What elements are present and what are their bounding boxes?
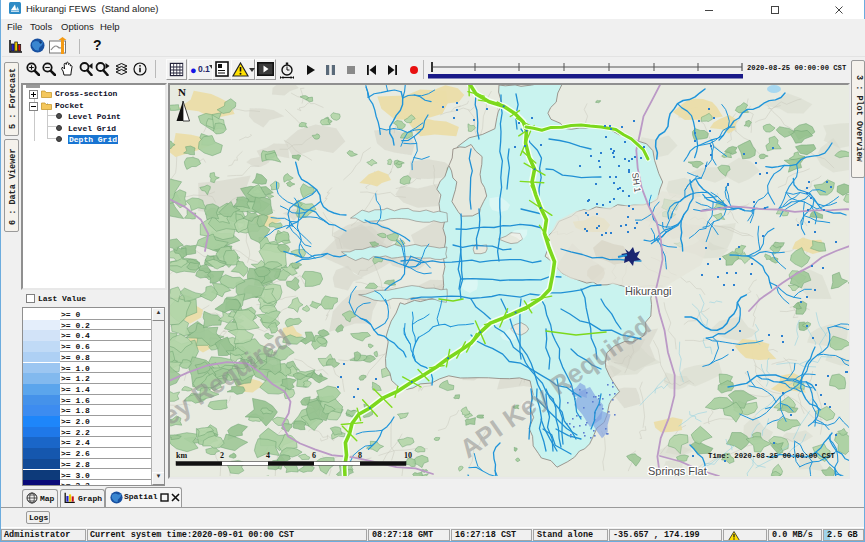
svg-text:2: 2 — [220, 451, 224, 460]
svg-text:km: km — [176, 451, 187, 460]
svg-text:8: 8 — [358, 451, 362, 460]
svg-text:10: 10 — [404, 451, 412, 460]
svg-text:4: 4 — [266, 451, 270, 460]
svg-text:Springs Flat: Springs Flat — [648, 465, 707, 476]
svg-text:Time: 2020-08-25 00:00:00 CST: Time: 2020-08-25 00:00:00 CST — [708, 452, 836, 460]
svg-text:Hikurangi: Hikurangi — [625, 285, 671, 297]
svg-text:6: 6 — [312, 451, 316, 460]
svg-text:N: N — [178, 86, 186, 98]
